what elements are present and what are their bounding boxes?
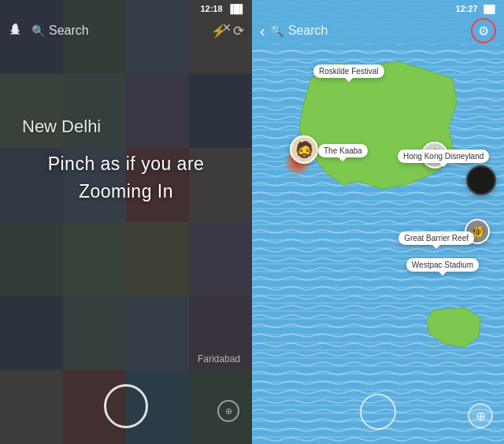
- left-panel: 12:18 ▐█▌ 🔍 Search ⚡ ✕ ⟳ New Delhi Pinch…: [0, 0, 252, 444]
- faridabad-text: Faridabad: [198, 353, 240, 364]
- flash-x-icon: ✕: [222, 21, 232, 34]
- dark-overlay: [0, 0, 252, 444]
- snapchat-ghost-icon: [8, 22, 25, 39]
- roskilde-text: Roskilde Festival: [319, 67, 379, 76]
- westpac-text: Westpac Stadium: [412, 261, 473, 269]
- search-icon-left: 🔍: [32, 24, 45, 37]
- header-right: ‹ 🔍 Search ⚙: [252, 17, 504, 44]
- kaaba-text: The Kaaba: [324, 146, 362, 155]
- capture-button-right[interactable]: [360, 394, 396, 430]
- status-bar-right: 12:27 ▐█▌: [252, 0, 504, 17]
- city-label: New Delhi: [22, 117, 101, 137]
- location-bubble-roskilde[interactable]: Roskilde Festival: [313, 65, 384, 78]
- kaaba-avatar-icon: 🧔: [295, 140, 314, 159]
- search-bar-left[interactable]: 🔍 Search: [32, 24, 205, 38]
- time-right: 12:27: [456, 4, 478, 13]
- battery-right: ▐█▌: [481, 5, 498, 13]
- gbr-text: Great Barrier Reef: [404, 234, 469, 242]
- search-icon-right: 🔍: [270, 24, 284, 37]
- instruction-text: Pinch as if you are Zooming In: [0, 154, 252, 202]
- location-bubble-kaaba[interactable]: The Kaaba: [318, 144, 368, 157]
- battery-icon-left: ▐█▌: [228, 4, 246, 13]
- capture-button-left[interactable]: [104, 384, 148, 428]
- compass-icon-right: ⊕: [476, 409, 486, 424]
- search-label-left: Search: [49, 24, 89, 38]
- compass-icon-left: ⊕: [225, 406, 232, 416]
- location-bubble-gbr[interactable]: Great Barrier Reef: [398, 231, 474, 245]
- right-panel: 12:27 ▐█▌ ‹ 🔍 Search ⚙ Roskilde Festival…: [252, 0, 504, 444]
- australia-svg: [425, 306, 484, 350]
- status-bar-left: 12:18 ▐█▌: [0, 0, 252, 17]
- australia-landmass: [425, 306, 484, 350]
- search-label-right: Search: [288, 24, 471, 38]
- location-bubble-westpac[interactable]: Westpac Stadium: [406, 258, 479, 272]
- new-delhi-text: New Delhi: [22, 117, 101, 136]
- header-left: 🔍 Search ⚡ ✕ ⟳: [0, 17, 252, 44]
- instruction-line1: Pinch as if you are: [0, 154, 252, 175]
- kaaba-avatar-bubble[interactable]: 🧔: [290, 135, 318, 164]
- time-left: 12:18: [200, 4, 222, 13]
- settings-button[interactable]: ⚙: [471, 18, 496, 43]
- black-avatar-bubble[interactable]: [466, 165, 496, 195]
- instruction-line2: Zooming In: [0, 181, 252, 202]
- compass-right[interactable]: ⊕: [468, 403, 493, 428]
- hk-text: Hong Kong Disneyland: [403, 152, 484, 161]
- rotate-camera-icon[interactable]: ⟳: [233, 23, 244, 39]
- faridabad-label: Faridabad: [198, 351, 240, 365]
- location-bubble-hk[interactable]: Hong Kong Disneyland: [398, 150, 489, 163]
- gear-icon: ⚙: [478, 24, 489, 39]
- back-arrow-icon[interactable]: ‹: [260, 22, 265, 40]
- flash-icon[interactable]: ⚡ ✕: [211, 24, 227, 39]
- compass-left[interactable]: ⊕: [217, 400, 239, 422]
